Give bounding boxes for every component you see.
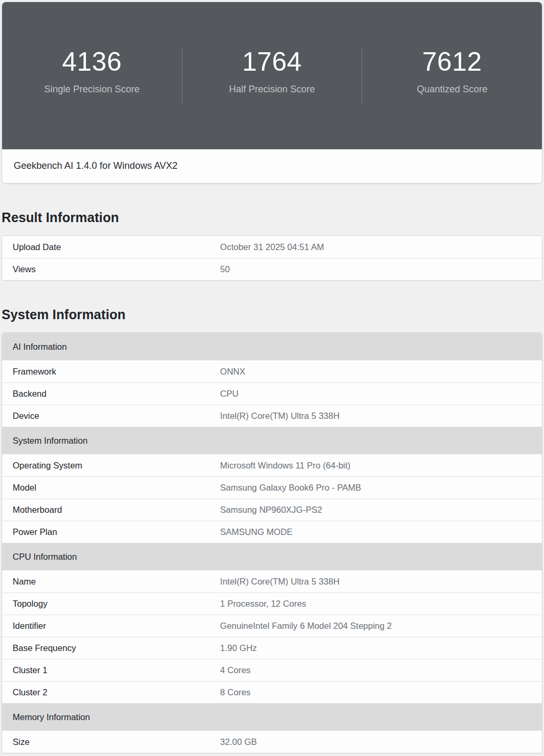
row-value: 4 Cores (220, 665, 531, 675)
half-precision-score-block: 1764 Half Precision Score (182, 49, 362, 103)
row-value: 1.90 GHz (220, 643, 531, 653)
row-value: 50 (220, 264, 531, 274)
row-value: Samsung Galaxy Book6 Pro - PAMB (220, 483, 531, 493)
row-label: Topology (13, 599, 220, 609)
half-precision-score-value: 1764 (242, 49, 302, 75)
table-row: Identifier GenuineIntel Family 6 Model 2… (2, 615, 542, 637)
system-information-heading: System Information (2, 307, 542, 322)
row-value: ONNX (220, 367, 531, 377)
row-label: Power Plan (13, 527, 220, 537)
table-row: Backend CPU (2, 382, 542, 405)
row-label: Backend (13, 389, 220, 399)
row-value: Microsoft Windows 11 Pro (64-bit) (220, 461, 531, 471)
section-header-label: AI Information (13, 342, 67, 352)
quantized-score-label: Quantized Score (417, 84, 488, 95)
row-value: 32.00 GB (220, 737, 531, 747)
section-header-label: Memory Information (13, 712, 90, 722)
row-label: Size (13, 737, 220, 747)
row-value: Intel(R) Core(TM) Ultra 5 338H (220, 411, 531, 421)
row-label: Cluster 2 (13, 687, 220, 697)
row-label: Operating System (13, 461, 220, 471)
table-row: Name Intel(R) Core(TM) Ultra 5 338H (2, 570, 542, 592)
row-label: Device (13, 411, 220, 421)
benchmark-version-label: Geekbench AI 1.4.0 for Windows AVX2 (14, 160, 178, 171)
table-row: Model Samsung Galaxy Book6 Pro - PAMB (2, 476, 542, 499)
section-header-label: System Information (13, 436, 88, 446)
row-value: Intel(R) Core(TM) Ultra 5 338H (220, 577, 531, 587)
row-label: Motherboard (13, 505, 220, 515)
result-information-heading: Result Information (2, 210, 542, 225)
section-header: CPU Information (2, 543, 542, 570)
table-row: Power Plan SAMSUNG MODE (2, 521, 542, 543)
quantized-score-block: 7612 Quantized Score (362, 49, 542, 103)
row-value: 1 Processor, 12 Cores (220, 599, 531, 609)
score-card: 4136 Single Precision Score 1764 Half Pr… (2, 2, 542, 184)
page: 4136 Single Precision Score 1764 Half Pr… (0, 0, 544, 756)
half-precision-score-label: Half Precision Score (229, 84, 315, 95)
system-information-table: AI Information Framework ONNX Backend CP… (2, 332, 542, 753)
row-value: CPU (220, 389, 531, 399)
row-label: Identifier (13, 621, 220, 631)
row-label: Name (13, 577, 220, 587)
row-label: Base Frequency (13, 643, 220, 653)
row-label: Views (13, 264, 220, 274)
row-label: Framework (13, 367, 220, 377)
row-value: 8 Cores (220, 687, 531, 697)
result-information-table: Upload Date October 31 2025 04:51 AM Vie… (2, 235, 542, 281)
table-row: Cluster 1 4 Cores (2, 659, 542, 681)
table-row: Topology 1 Processor, 12 Cores (2, 592, 542, 615)
row-label: Cluster 1 (13, 665, 220, 675)
row-label: Upload Date (13, 242, 220, 252)
row-value: GenuineIntel Family 6 Model 204 Stepping… (220, 621, 531, 631)
row-value: October 31 2025 04:51 AM (220, 242, 531, 252)
section-header-label: CPU Information (13, 552, 77, 562)
section-header: Memory Information (2, 703, 542, 731)
row-label: Model (13, 483, 220, 493)
single-precision-score-label: Single Precision Score (44, 84, 140, 95)
score-hero: 4136 Single Precision Score 1764 Half Pr… (2, 2, 542, 149)
table-row: Motherboard Samsung NP960XJG-PS2 (2, 499, 542, 521)
section-header: AI Information (2, 333, 542, 360)
quantized-score-value: 7612 (422, 49, 482, 75)
row-value: Samsung NP960XJG-PS2 (220, 505, 531, 515)
table-row: Size 32.00 GB (2, 731, 542, 753)
table-row: Device Intel(R) Core(TM) Ultra 5 338H (2, 405, 542, 427)
table-row: Operating System Microsoft Windows 11 Pr… (2, 454, 542, 476)
row-value: SAMSUNG MODE (220, 527, 531, 537)
table-row: Framework ONNX (2, 360, 542, 382)
single-precision-score-block: 4136 Single Precision Score (2, 49, 182, 103)
table-row: Base Frequency 1.90 GHz (2, 637, 542, 659)
table-row: Cluster 2 8 Cores (2, 681, 542, 703)
table-row: Upload Date October 31 2025 04:51 AM (2, 236, 542, 258)
benchmark-version-bar: Geekbench AI 1.4.0 for Windows AVX2 (2, 149, 542, 183)
table-row: Views 50 (2, 258, 542, 280)
section-header: System Information (2, 427, 542, 454)
single-precision-score-value: 4136 (62, 49, 122, 75)
